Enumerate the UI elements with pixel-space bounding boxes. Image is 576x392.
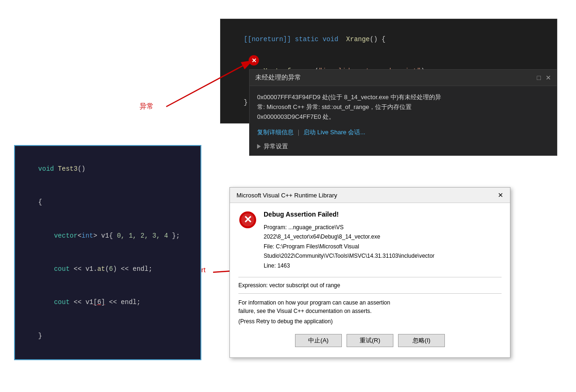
runtime-header-text: Debug Assertion Failed! Program: ...ngua… (264, 211, 435, 270)
runtime-error-icon: ✕ (238, 211, 257, 229)
liveshare-link[interactable]: 启动 Live Share 会话... (303, 128, 365, 137)
exception-dialog-title: 未经处理的异常 (255, 73, 301, 82)
line-label: Line: (264, 262, 276, 269)
exception-body: 0x00007FFF43F94FD9 处(位于 8_14_vector.exe … (250, 86, 557, 155)
triangle-icon (257, 144, 261, 149)
exception-links: 复制详细信息 ｜ 启动 Live Share 会话... (257, 128, 549, 137)
exception-settings[interactable]: 异常设置 (257, 142, 549, 151)
pin-icon[interactable]: □ (537, 74, 541, 81)
expression-value: vector subscript out of range (269, 282, 340, 289)
line-value: 1463 (277, 262, 290, 269)
runtime-dialog: Microsoft Visual C++ Runtime Library ✕ ✕… (229, 187, 510, 358)
exception-settings-label: 异常设置 (264, 142, 288, 151)
retry-button[interactable]: 重试(R) (347, 334, 393, 347)
left-code-line-4: cout << v1.at(6) << endl; (22, 253, 193, 286)
error-x-icon: ✕ (251, 57, 257, 64)
left-code-line-5: cout << v1[6] << endl; (22, 286, 193, 319)
runtime-close-icon[interactable]: ✕ (498, 191, 503, 199)
runtime-assert-title: Debug Assertion Failed! (264, 211, 435, 218)
svg-text:✕: ✕ (244, 214, 252, 225)
left-code-line-1: void Test3() (22, 152, 193, 186)
runtime-help-text: For information on how your program can … (238, 298, 502, 315)
close-icon[interactable]: ✕ (546, 74, 551, 81)
left-code-line-3: vector<int> v1{ 0, 1, 2, 3, 4 }; (22, 219, 193, 253)
runtime-press-text: (Press Retry to debug the application) (238, 318, 502, 325)
runtime-dialog-body: ✕ Debug Assertion Failed! Program: ...ng… (230, 203, 510, 357)
exception-dialog-controls: □ ✕ (537, 74, 551, 81)
runtime-divider (238, 277, 502, 277)
expression-label: Expression: (238, 282, 268, 289)
abort-button[interactable]: 中止(A) (295, 334, 342, 347)
left-code-line-2: { (22, 186, 193, 219)
runtime-file-info: File: C:\Program Files\Microsoft Visual … (264, 242, 435, 261)
ignore-button[interactable]: 忽略(I) (398, 334, 445, 347)
runtime-divider-2 (238, 293, 502, 294)
file-label: File: (264, 243, 274, 250)
copy-details-link[interactable]: 复制详细信息 (257, 128, 294, 137)
runtime-dialog-title-bar: Microsoft Visual C++ Runtime Library ✕ (230, 188, 510, 203)
exception-message: 0x00007FFF43F94FD9 处(位于 8_14_vector.exe … (257, 93, 549, 122)
runtime-buttons: 中止(A) 重试(R) 忽略(I) (238, 331, 502, 351)
runtime-program-info: Program: ...nguage_practice\VS 2022\8_14… (264, 223, 435, 242)
exception-label: 异常 (140, 102, 154, 111)
code-line-1: [[noreturn]] static void Xrange() { (228, 24, 549, 55)
runtime-line-info: Line: 1463 (264, 261, 435, 270)
program-label: Program: (264, 224, 287, 231)
runtime-expression: Expression: vector subscript out of rang… (238, 282, 502, 289)
left-code-line-6: } (22, 319, 193, 353)
left-code-box: void Test3() { vector<int> v1{ 0, 1, 2, … (14, 145, 201, 360)
runtime-dialog-title-text: Microsoft Visual C++ Runtime Library (236, 192, 337, 199)
link-separator: ｜ (295, 128, 302, 137)
runtime-header-row: ✕ Debug Assertion Failed! Program: ...ng… (238, 211, 502, 270)
exception-dialog: 未经处理的异常 □ ✕ 0x00007FFF43F94FD9 处(位于 8_14… (249, 69, 557, 156)
error-x-button[interactable]: ✕ (249, 55, 259, 65)
exception-dialog-header: 未经处理的异常 □ ✕ (250, 70, 557, 86)
